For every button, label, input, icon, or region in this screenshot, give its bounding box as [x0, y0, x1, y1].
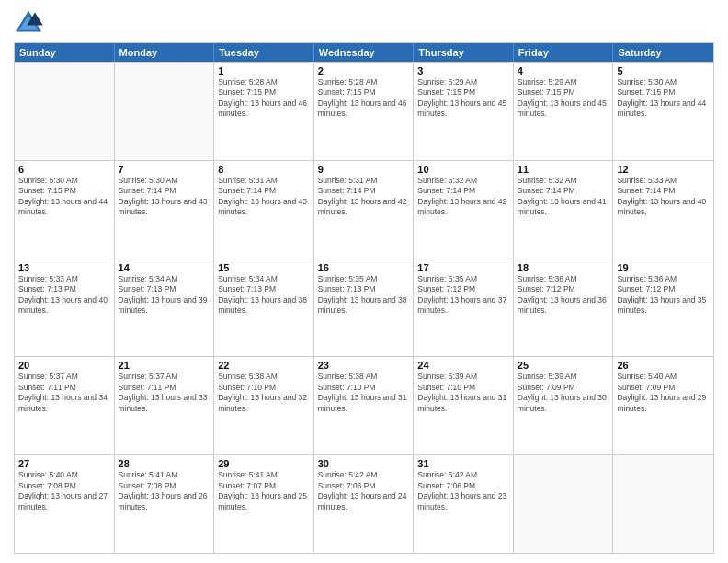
- cell-day-number: 18: [518, 262, 609, 273]
- cell-day-number: 7: [119, 164, 210, 175]
- cell-info: Sunrise: 5:30 AM Sunset: 7:15 PM Dayligh…: [617, 77, 710, 120]
- cell-info: Sunrise: 5:39 AM Sunset: 7:10 PM Dayligh…: [417, 372, 509, 414]
- cell-day-number: 6: [18, 164, 110, 175]
- cell-day-number: 19: [617, 262, 710, 273]
- calendar-cell-0-6: 5Sunrise: 5:30 AM Sunset: 7:15 PM Daylig…: [613, 63, 713, 160]
- calendar-cell-0-5: 4Sunrise: 5:29 AM Sunset: 7:15 PM Daylig…: [514, 63, 614, 160]
- calendar-cell-4-2: 29Sunrise: 5:41 AM Sunset: 7:07 PM Dayli…: [214, 455, 314, 553]
- calendar-cell-3-6: 26Sunrise: 5:40 AM Sunset: 7:09 PM Dayli…: [613, 357, 713, 454]
- cell-day-number: 23: [318, 360, 410, 371]
- calendar-cell-3-0: 20Sunrise: 5:37 AM Sunset: 7:11 PM Dayli…: [15, 357, 115, 454]
- cell-day-number: 13: [18, 262, 110, 273]
- calendar-cell-3-2: 22Sunrise: 5:38 AM Sunset: 7:10 PM Dayli…: [214, 357, 314, 454]
- cell-day-number: 2: [318, 65, 410, 76]
- cell-info: Sunrise: 5:28 AM Sunset: 7:15 PM Dayligh…: [318, 77, 410, 120]
- calendar-cell-4-4: 31Sunrise: 5:42 AM Sunset: 7:06 PM Dayli…: [414, 455, 514, 553]
- cell-day-number: 1: [218, 65, 310, 76]
- calendar-cell-1-2: 8Sunrise: 5:31 AM Sunset: 7:14 PM Daylig…: [214, 161, 314, 259]
- logo-icon: [14, 9, 43, 35]
- cell-day-number: 31: [417, 458, 509, 469]
- cell-info: Sunrise: 5:35 AM Sunset: 7:13 PM Dayligh…: [318, 274, 410, 316]
- calendar-row-1: 6Sunrise: 5:30 AM Sunset: 7:15 PM Daylig…: [15, 160, 713, 259]
- calendar-cell-3-3: 23Sunrise: 5:38 AM Sunset: 7:10 PM Dayli…: [314, 357, 415, 454]
- calendar-cell-0-4: 3Sunrise: 5:29 AM Sunset: 7:15 PM Daylig…: [414, 63, 514, 160]
- header-day-saturday: Saturday: [613, 43, 713, 62]
- calendar-cell-4-1: 28Sunrise: 5:41 AM Sunset: 7:08 PM Dayli…: [115, 455, 215, 553]
- header-day-thursday: Thursday: [414, 43, 514, 62]
- cell-day-number: 26: [617, 360, 710, 371]
- cell-day-number: 4: [518, 65, 609, 76]
- calendar-row-3: 20Sunrise: 5:37 AM Sunset: 7:11 PM Dayli…: [15, 356, 713, 454]
- calendar-cell-0-1: [115, 63, 215, 160]
- cell-info: Sunrise: 5:30 AM Sunset: 7:15 PM Dayligh…: [18, 176, 110, 218]
- cell-info: Sunrise: 5:39 AM Sunset: 7:09 PM Dayligh…: [518, 372, 609, 414]
- cell-info: Sunrise: 5:41 AM Sunset: 7:08 PM Dayligh…: [119, 470, 210, 512]
- calendar: SundayMondayTuesdayWednesdayThursdayFrid…: [14, 42, 714, 554]
- cell-day-number: 8: [218, 164, 310, 175]
- calendar-cell-2-4: 17Sunrise: 5:35 AM Sunset: 7:12 PM Dayli…: [414, 259, 514, 357]
- cell-info: Sunrise: 5:36 AM Sunset: 7:12 PM Dayligh…: [617, 274, 710, 316]
- header-day-friday: Friday: [514, 43, 614, 62]
- cell-info: Sunrise: 5:38 AM Sunset: 7:10 PM Dayligh…: [218, 372, 310, 414]
- cell-day-number: 9: [318, 164, 410, 175]
- cell-info: Sunrise: 5:30 AM Sunset: 7:14 PM Dayligh…: [119, 176, 210, 218]
- cell-info: Sunrise: 5:40 AM Sunset: 7:09 PM Dayligh…: [617, 372, 710, 414]
- header: [14, 9, 714, 35]
- page: SundayMondayTuesdayWednesdayThursdayFrid…: [0, 0, 728, 563]
- cell-info: Sunrise: 5:34 AM Sunset: 7:13 PM Dayligh…: [119, 274, 210, 316]
- cell-info: Sunrise: 5:31 AM Sunset: 7:14 PM Dayligh…: [318, 176, 410, 218]
- calendar-row-0: 1Sunrise: 5:28 AM Sunset: 7:15 PM Daylig…: [15, 62, 713, 160]
- calendar-cell-2-2: 15Sunrise: 5:34 AM Sunset: 7:13 PM Dayli…: [214, 259, 314, 357]
- calendar-cell-1-6: 12Sunrise: 5:33 AM Sunset: 7:14 PM Dayli…: [613, 161, 713, 259]
- cell-day-number: 28: [119, 458, 210, 469]
- calendar-cell-2-6: 19Sunrise: 5:36 AM Sunset: 7:12 PM Dayli…: [613, 259, 713, 357]
- header-day-tuesday: Tuesday: [214, 43, 314, 62]
- calendar-body: 1Sunrise: 5:28 AM Sunset: 7:15 PM Daylig…: [15, 62, 713, 553]
- cell-day-number: 29: [218, 458, 310, 469]
- calendar-cell-1-5: 11Sunrise: 5:32 AM Sunset: 7:14 PM Dayli…: [514, 161, 614, 259]
- calendar-cell-3-1: 21Sunrise: 5:37 AM Sunset: 7:11 PM Dayli…: [115, 357, 215, 454]
- calendar-cell-2-5: 18Sunrise: 5:36 AM Sunset: 7:12 PM Dayli…: [514, 259, 614, 357]
- cell-day-number: 5: [617, 65, 710, 76]
- calendar-cell-1-3: 9Sunrise: 5:31 AM Sunset: 7:14 PM Daylig…: [314, 161, 415, 259]
- cell-info: Sunrise: 5:29 AM Sunset: 7:15 PM Dayligh…: [417, 77, 509, 120]
- cell-day-number: 30: [318, 458, 410, 469]
- calendar-cell-3-5: 25Sunrise: 5:39 AM Sunset: 7:09 PM Dayli…: [514, 357, 614, 454]
- cell-day-number: 27: [18, 458, 110, 469]
- cell-info: Sunrise: 5:40 AM Sunset: 7:08 PM Dayligh…: [18, 470, 110, 512]
- header-day-sunday: Sunday: [15, 43, 115, 62]
- calendar-cell-1-0: 6Sunrise: 5:30 AM Sunset: 7:15 PM Daylig…: [15, 161, 115, 259]
- cell-info: Sunrise: 5:29 AM Sunset: 7:15 PM Dayligh…: [518, 77, 609, 120]
- cell-day-number: 14: [119, 262, 210, 273]
- cell-info: Sunrise: 5:28 AM Sunset: 7:15 PM Dayligh…: [218, 77, 310, 120]
- calendar-cell-2-3: 16Sunrise: 5:35 AM Sunset: 7:13 PM Dayli…: [314, 259, 415, 357]
- cell-info: Sunrise: 5:33 AM Sunset: 7:13 PM Dayligh…: [18, 274, 110, 316]
- cell-info: Sunrise: 5:32 AM Sunset: 7:14 PM Dayligh…: [417, 176, 509, 218]
- calendar-cell-0-2: 1Sunrise: 5:28 AM Sunset: 7:15 PM Daylig…: [214, 63, 314, 160]
- cell-info: Sunrise: 5:38 AM Sunset: 7:10 PM Dayligh…: [318, 372, 410, 414]
- cell-info: Sunrise: 5:42 AM Sunset: 7:06 PM Dayligh…: [417, 470, 509, 512]
- cell-info: Sunrise: 5:33 AM Sunset: 7:14 PM Dayligh…: [617, 176, 710, 218]
- cell-day-number: 21: [119, 360, 210, 371]
- cell-info: Sunrise: 5:31 AM Sunset: 7:14 PM Dayligh…: [218, 176, 310, 218]
- cell-day-number: 22: [218, 360, 310, 371]
- calendar-cell-2-1: 14Sunrise: 5:34 AM Sunset: 7:13 PM Dayli…: [115, 259, 215, 357]
- cell-info: Sunrise: 5:35 AM Sunset: 7:12 PM Dayligh…: [417, 274, 509, 316]
- cell-day-number: 25: [518, 360, 609, 371]
- logo: [14, 9, 47, 35]
- cell-day-number: 24: [417, 360, 509, 371]
- cell-info: Sunrise: 5:42 AM Sunset: 7:06 PM Dayligh…: [318, 470, 410, 512]
- header-day-wednesday: Wednesday: [314, 43, 415, 62]
- calendar-header: SundayMondayTuesdayWednesdayThursdayFrid…: [15, 43, 713, 62]
- cell-day-number: 20: [18, 360, 110, 371]
- cell-info: Sunrise: 5:32 AM Sunset: 7:14 PM Dayligh…: [518, 176, 609, 218]
- cell-day-number: 10: [417, 164, 509, 175]
- cell-info: Sunrise: 5:41 AM Sunset: 7:07 PM Dayligh…: [218, 470, 310, 512]
- cell-day-number: 12: [617, 164, 710, 175]
- calendar-cell-0-3: 2Sunrise: 5:28 AM Sunset: 7:15 PM Daylig…: [314, 63, 415, 160]
- cell-day-number: 15: [218, 262, 310, 273]
- cell-info: Sunrise: 5:37 AM Sunset: 7:11 PM Dayligh…: [18, 372, 110, 414]
- calendar-cell-1-4: 10Sunrise: 5:32 AM Sunset: 7:14 PM Dayli…: [414, 161, 514, 259]
- cell-day-number: 17: [417, 262, 509, 273]
- cell-info: Sunrise: 5:36 AM Sunset: 7:12 PM Dayligh…: [518, 274, 609, 316]
